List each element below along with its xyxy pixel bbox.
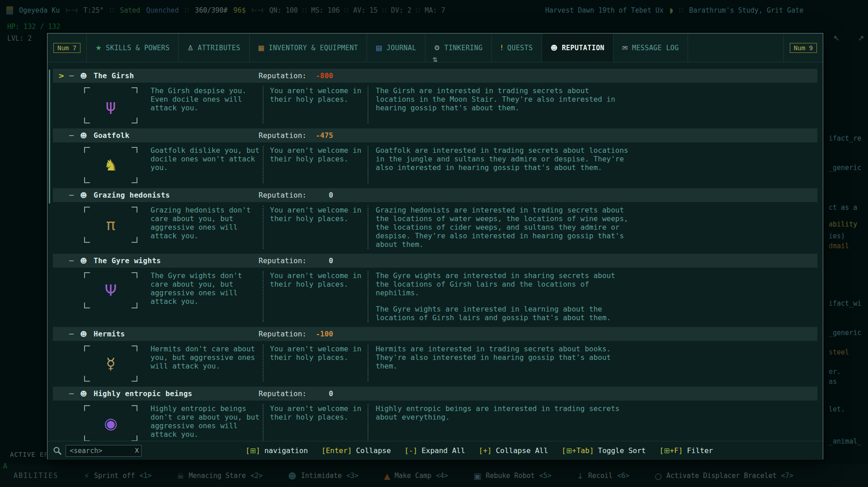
faction-body: ◉ Highly entropic beings don't care abou… — [53, 401, 817, 441]
faction-header[interactable]: − ☻ The Gyre wights Reputation: 0 — [53, 254, 817, 268]
faction-body: Ψ The Gyre wights don't care about you, … — [53, 268, 817, 324]
faction-section-highly-entropic-beings: − ☻ Highly entropic beings Reputation: 0… — [53, 387, 817, 441]
faction-name: Goatfolk — [94, 131, 129, 140]
faction-section-girsh: > − ☻ The Girsh Reputation: -800 ψ The G… — [53, 69, 817, 125]
faction-header[interactable]: − ☻ Goatfolk Reputation: -475 — [53, 128, 817, 142]
faction-name: The Girsh — [94, 71, 134, 80]
faction-feeling-text: Highly entropic beings don't care about … — [151, 404, 262, 441]
pad-tab-keyhint: ⊞+Tab — [561, 446, 594, 455]
faction-feeling-text: Grazing hedonists don't care about you, … — [151, 206, 262, 249]
entropic-being-sprite: ◉ — [84, 405, 137, 441]
hint-expand-all: - Expand All — [405, 446, 465, 455]
tab-journal[interactable]: ▤ JOURNAL — [367, 33, 425, 62]
collapse-icon[interactable]: − — [68, 71, 80, 80]
skills-icon: ★ — [95, 44, 102, 52]
tab-label: ATTRIBUTES — [198, 44, 240, 52]
reputation-value: -800 — [292, 71, 333, 80]
faction-header[interactable]: > − ☻ The Girsh Reputation: -800 — [53, 69, 817, 83]
enter-keyhint: Enter — [321, 446, 352, 455]
reputation-window: Num 7 ★ SKILLS & POWERS ♙ ATTRIBUTES ▦ I… — [47, 33, 823, 459]
search-group: X — [53, 445, 142, 457]
faction-feeling-text: The Gyre wights don't care about you, bu… — [151, 271, 262, 322]
girsh-sprite: ψ — [84, 87, 137, 123]
faction-header[interactable]: − ☻ Highly entropic beings Reputation: 0 — [53, 387, 817, 401]
column-divider — [263, 271, 270, 322]
hint-collapse-all: + Collapse All — [479, 446, 548, 455]
faction-masks-icon: ☻ — [80, 191, 94, 199]
faction-holy-text: You aren't welcome in their holy places. — [270, 86, 367, 123]
tab-label: JOURNAL — [387, 44, 416, 52]
search-icon — [53, 446, 62, 455]
selection-cursor-icon: > — [58, 71, 68, 80]
book-icon: ▤ — [376, 44, 382, 52]
tab-quests[interactable]: ! QUESTS — [492, 33, 542, 62]
goatfolk-sprite: ♞ — [84, 147, 137, 183]
reputation-value: 0 — [292, 191, 333, 199]
faction-header[interactable]: − ☻ Grazing hedonists Reputation: 0 — [53, 188, 817, 202]
faction-sprite-frame: ◉ — [84, 405, 137, 441]
reputation-value: 0 — [292, 389, 333, 398]
prev-tab-keyhint: Num 7 — [47, 33, 87, 62]
tab-skills-powers[interactable]: ★ SKILLS & POWERS — [87, 33, 179, 62]
search-input[interactable] — [66, 445, 142, 457]
reputation-value: 0 — [292, 256, 333, 265]
hint-collapse: Enter Collapse — [321, 446, 391, 455]
faction-masks-icon: ☻ — [80, 390, 94, 398]
faction-holy-text: You aren't welcome in their holy places. — [270, 271, 367, 322]
faction-feeling-text: Goatfolk dislike you, but docile ones wo… — [151, 146, 262, 183]
faction-masks-icon: ☻ — [80, 330, 94, 338]
dpad-icon: ⊞ — [664, 446, 670, 455]
reputation-value: -100 — [292, 330, 333, 338]
faction-header[interactable]: − ☻ Hermits Reputation: -100 — [53, 327, 817, 341]
clear-search-button[interactable]: X — [135, 447, 139, 454]
dpad-icon: ⊞ — [566, 446, 572, 455]
faction-body: ♞ Goatfolk dislike you, but docile ones … — [53, 142, 817, 185]
plus-keyhint: + — [479, 446, 492, 455]
tab-message-log[interactable]: ✉ MESSAGE LOG — [613, 33, 688, 62]
reputation-icon: ☻ — [551, 44, 558, 52]
interest-paragraph: The Gyre wights are interested in sharin… — [376, 271, 629, 297]
column-divider — [263, 86, 270, 123]
faction-section-hermits: − ☻ Hermits Reputation: -100 ☿ Hermits d… — [53, 327, 817, 383]
collapse-icon[interactable]: − — [68, 389, 80, 398]
tab-bar-spacer — [688, 33, 783, 62]
tab-inventory-equipment[interactable]: ▦ INVENTORY & EQUIPMENT — [250, 33, 368, 62]
hint-navigation: ⊞ navigation — [245, 446, 308, 455]
faction-holy-text: You aren't welcome in their holy places. — [270, 404, 367, 441]
num9-keybox: Num 9 — [790, 43, 817, 53]
hermit-sprite: ☿ — [84, 345, 137, 382]
faction-interest-text: Goatfolk are interested in trading secre… — [376, 146, 629, 183]
faction-interest-text: The Girsh are interested in trading secr… — [376, 86, 629, 123]
tab-attributes[interactable]: ♙ ATTRIBUTES — [179, 33, 249, 62]
faction-sprite-frame: Ψ — [84, 272, 137, 308]
tab-label: MESSAGE LOG — [632, 44, 679, 52]
faction-interest-text: The Gyre wights are interested in sharin… — [376, 271, 629, 322]
scroll-indicator-icon[interactable]: ⇅ — [433, 56, 438, 63]
attributes-icon: ♙ — [187, 44, 193, 52]
tab-reputation[interactable]: ☻ REPUTATION — [542, 33, 613, 62]
faction-sprite-frame: ♞ — [84, 147, 137, 183]
collapse-icon[interactable]: − — [68, 330, 80, 338]
hint-filter: ⊞+F Filter — [659, 446, 713, 455]
collapse-icon[interactable]: − — [68, 256, 80, 265]
column-divider — [368, 404, 376, 441]
faction-body: π Grazing hedonists don't care about you… — [53, 202, 817, 251]
minus-keyhint: - — [405, 446, 418, 455]
faction-holy-text: You aren't welcome in their holy places. — [270, 206, 367, 249]
dpad-icon: ⊞ — [250, 446, 256, 455]
column-divider — [263, 345, 270, 382]
keyboard-hints: ⊞ navigation Enter Collapse - Expand All… — [245, 446, 713, 455]
collapse-icon[interactable]: − — [68, 191, 80, 199]
faction-interest-text: Hermits are interested in trading secret… — [376, 345, 629, 382]
faction-feeling-text: The Girsh despise you. Even docile ones … — [151, 86, 262, 123]
hint-toggle-sort: ⊞+Tab Toggle Sort — [561, 446, 646, 455]
column-divider — [368, 206, 376, 249]
faction-section-goatfolk: − ☻ Goatfolk Reputation: -475 ♞ Goatfolk… — [53, 128, 817, 185]
tab-label: QUESTS — [507, 44, 533, 52]
collapse-icon[interactable]: − — [68, 131, 80, 140]
faction-sprite-frame: ψ — [84, 87, 137, 123]
faction-section-grazing-hedonists: − ☻ Grazing hedonists Reputation: 0 π Gr… — [53, 188, 817, 251]
faction-masks-icon: ☻ — [80, 72, 94, 80]
column-divider — [368, 271, 376, 322]
scrollbar-thumb[interactable] — [49, 70, 50, 203]
